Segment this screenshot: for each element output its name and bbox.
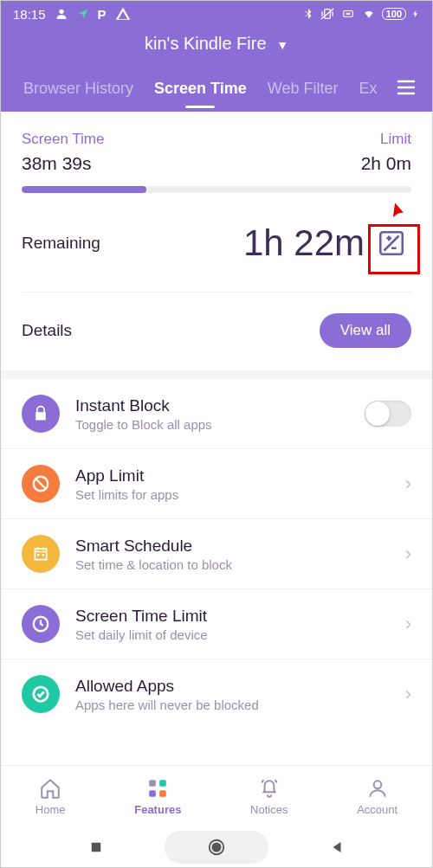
options-list: Instant Block Toggle to Block all apps A… <box>1 379 432 729</box>
tab-browser-history[interactable]: Browser History <box>13 68 144 112</box>
option-sub: Apps here will never be blocked <box>75 698 390 712</box>
nav-label: Features <box>134 803 181 816</box>
view-all-button[interactable]: View all <box>320 313 411 348</box>
svg-point-0 <box>59 10 63 14</box>
chevron-right-icon: › <box>405 613 411 635</box>
location-icon <box>77 8 89 20</box>
dropdown-caret-icon: ▼ <box>276 38 288 52</box>
svg-rect-11 <box>150 790 157 797</box>
svg-rect-12 <box>159 790 166 797</box>
wifi-icon <box>361 8 377 20</box>
nav-label: Notices <box>250 803 288 816</box>
option-sub: Set time & location to block <box>75 557 390 572</box>
calendar-icon <box>22 535 60 573</box>
app-header: 18:15 P 100 kin's Kindle Fire ▼ Browser … <box>1 1 432 112</box>
recent-apps-button[interactable] <box>88 839 104 855</box>
section-gap <box>1 370 432 379</box>
app-p-icon: P <box>98 7 107 22</box>
details-row: Details View all <box>1 293 432 370</box>
instant-block-toggle[interactable] <box>365 401 411 427</box>
nav-account[interactable]: Account <box>357 777 397 816</box>
chevron-right-icon: › <box>405 473 411 495</box>
battery-indicator: 100 <box>382 8 406 20</box>
nav-label: Home <box>36 803 66 816</box>
details-label: Details <box>22 321 72 340</box>
option-sub: Toggle to Block all apps <box>75 417 349 432</box>
option-instant-block[interactable]: Instant Block Toggle to Block all apps <box>1 379 432 449</box>
usage-progress <box>22 186 411 193</box>
svg-point-13 <box>373 781 381 788</box>
tab-more[interactable]: Ex <box>348 68 387 112</box>
option-title: Allowed Apps <box>75 677 390 696</box>
features-icon <box>146 777 169 800</box>
nav-notices[interactable]: Notices <box>250 777 288 816</box>
bell-icon <box>258 777 281 800</box>
option-title: Screen Time Limit <box>75 607 390 626</box>
home-button[interactable] <box>165 831 268 864</box>
lock-icon <box>22 395 60 433</box>
tab-bar: Browser History Screen Time Web Filter E… <box>1 68 432 112</box>
tab-screen-time[interactable]: Screen Time <box>144 68 257 112</box>
svg-rect-9 <box>150 780 157 787</box>
option-allowed-apps[interactable]: Allowed Apps Apps here will never be blo… <box>1 659 432 729</box>
option-title: Smart Schedule <box>75 537 390 556</box>
no-sim-icon <box>340 8 356 20</box>
svg-rect-6 <box>42 554 45 556</box>
limit-value: 2h 0m <box>361 153 411 174</box>
svg-rect-10 <box>159 780 166 787</box>
nav-label: Account <box>357 803 397 816</box>
option-sub: Set daily limit of device <box>75 627 390 642</box>
option-title: Instant Block <box>75 396 349 415</box>
status-time: 18:15 <box>13 7 46 22</box>
charging-icon <box>411 7 420 21</box>
hamburger-icon <box>396 80 417 95</box>
used-label: Screen Time <box>22 131 104 148</box>
chevron-right-icon: › <box>405 683 411 705</box>
svg-point-16 <box>212 843 220 851</box>
svg-rect-5 <box>37 554 40 556</box>
profile-icon <box>55 7 68 21</box>
device-name: kin's Kindle Fire <box>145 34 267 53</box>
bluetooth-icon <box>302 7 314 21</box>
back-button[interactable] <box>329 839 345 855</box>
remaining-value: 1h 22m <box>243 222 365 264</box>
nav-features[interactable]: Features <box>134 777 181 816</box>
circle-icon <box>207 838 226 857</box>
option-title: App Limit <box>75 466 390 485</box>
account-icon <box>366 777 389 800</box>
tab-web-filter[interactable]: Web Filter <box>257 68 349 112</box>
chevron-right-icon: › <box>405 543 411 565</box>
option-app-limit[interactable]: App Limit Set limits for apps › <box>1 449 432 519</box>
vibrate-icon <box>320 7 335 21</box>
limit-label: Limit <box>361 131 411 148</box>
status-bar: 18:15 P 100 <box>1 1 432 23</box>
nav-home[interactable]: Home <box>36 777 66 816</box>
device-selector[interactable]: kin's Kindle Fire ▼ <box>1 23 432 68</box>
option-screen-time-limit[interactable]: Screen Time Limit Set daily limit of dev… <box>1 589 432 659</box>
usage-progress-fill <box>22 186 146 193</box>
home-icon <box>39 777 61 800</box>
bottom-nav: Home Features Notices Account <box>1 765 432 827</box>
check-icon <box>22 675 60 713</box>
used-value: 38m 39s <box>22 153 104 174</box>
option-smart-schedule[interactable]: Smart Schedule Set time & location to bl… <box>1 519 432 589</box>
option-sub: Set limits for apps <box>75 487 390 502</box>
menu-button[interactable] <box>396 80 417 99</box>
block-icon <box>22 465 60 503</box>
remaining-label: Remaining <box>22 234 100 253</box>
warning-icon <box>115 6 131 22</box>
system-nav <box>1 827 432 867</box>
clock-icon <box>22 605 60 643</box>
svg-rect-14 <box>92 843 101 852</box>
